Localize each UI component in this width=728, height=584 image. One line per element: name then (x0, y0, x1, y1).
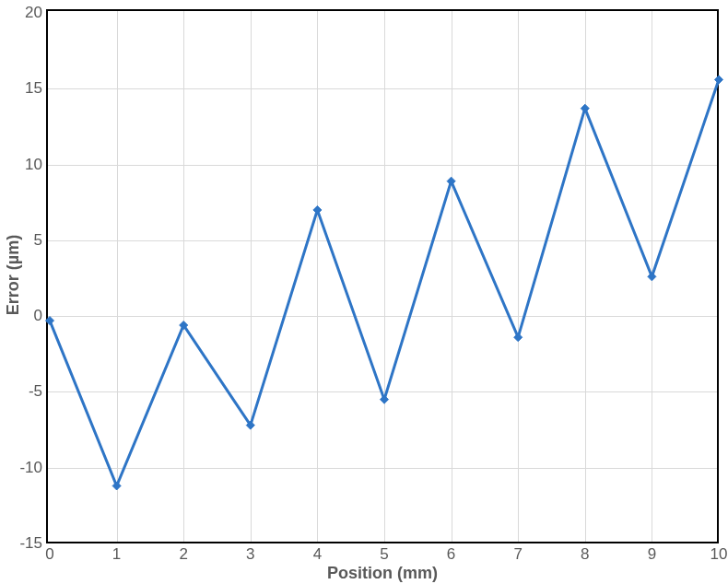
y-tick-label: 20 (25, 4, 48, 22)
plot-area: -15-10-505101520012345678910 (46, 9, 719, 543)
y-tick-label: -15 (19, 534, 48, 553)
y-axis-label: Error (µm) (4, 220, 23, 331)
y-tick-label: -5 (29, 382, 48, 401)
series-svg (48, 11, 721, 545)
y-tick-label: -10 (19, 459, 48, 477)
data-point-marker (514, 333, 523, 342)
data-point-marker (381, 395, 389, 403)
data-point-marker (112, 482, 121, 490)
data-point-marker (313, 205, 322, 214)
data-point-marker (715, 76, 723, 84)
chart-container: -15-10-505101520012345678910 Position (m… (0, 0, 728, 584)
y-tick-label: 0 (34, 307, 48, 325)
y-tick-label: 15 (25, 79, 48, 98)
y-tick-label: 5 (34, 231, 48, 250)
data-point-marker (447, 177, 455, 185)
x-axis-label: Position (mm) (309, 564, 456, 583)
series-line (50, 79, 719, 485)
y-tick-label: 10 (25, 156, 48, 174)
data-point-marker (581, 104, 589, 112)
data-point-marker (648, 273, 656, 281)
